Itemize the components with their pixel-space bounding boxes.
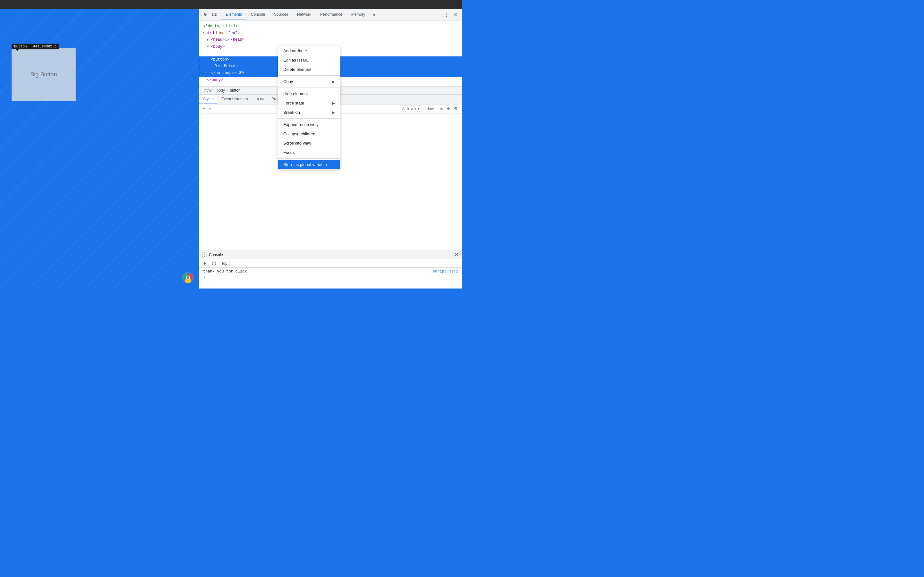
context-menu-store-as-global[interactable]: Store as global variable xyxy=(278,160,340,169)
hov-btn[interactable]: :hov xyxy=(426,106,435,111)
tab-memory[interactable]: Memory xyxy=(347,9,370,20)
device-toolbar-btn[interactable] xyxy=(211,11,218,19)
context-menu-divider4 xyxy=(278,158,340,159)
context-menu-expand-recursively[interactable]: Expand recursively xyxy=(278,120,340,129)
devtools-tabs: Elements Console Sources Network Perform… xyxy=(221,9,440,20)
svg-line-10 xyxy=(213,262,215,265)
tab-network[interactable]: Network xyxy=(292,9,316,20)
svg-rect-6 xyxy=(216,14,217,16)
console-prompt: › xyxy=(203,274,458,281)
context-menu-delete-element[interactable]: Delete element xyxy=(278,65,340,74)
tab-elements[interactable]: Elements xyxy=(221,9,246,20)
styles-tab-dom-breakpoints[interactable]: DOM xyxy=(252,95,268,104)
devtools-more-btn[interactable]: ⋮ xyxy=(443,11,451,19)
svg-point-4 xyxy=(187,276,189,279)
force-state-submenu-arrow: ▶ xyxy=(332,101,335,105)
context-menu-break-on[interactable]: Break on ▶ xyxy=(278,108,340,117)
console-log-line: thank you for click script.js:2 xyxy=(203,269,458,274)
browser-content: button | 447.3×365.5 Big Button xyxy=(0,9,462,288)
chrome-logo xyxy=(182,272,194,284)
context-menu-collapse-children[interactable]: Collapse children xyxy=(278,129,340,139)
styles-tab-styles[interactable]: Styles xyxy=(199,95,218,104)
browser-topbar xyxy=(0,0,462,9)
drag-dot xyxy=(202,252,203,253)
tab-console[interactable]: Console xyxy=(246,9,270,20)
context-menu-copy[interactable]: Copy ▶ xyxy=(278,77,340,86)
devtools-icon-group xyxy=(199,9,221,20)
webpage-area: button | 447.3×365.5 Big Button xyxy=(0,9,199,288)
add-rule-btn[interactable]: + xyxy=(446,105,451,112)
context-menu-edit-as-html[interactable]: Edit as HTML xyxy=(278,55,340,65)
console-ban-btn[interactable] xyxy=(211,260,217,267)
console-close-btn[interactable]: ✕ xyxy=(453,251,459,258)
copy-submenu-arrow: ▶ xyxy=(332,79,335,84)
all-levels-btn[interactable]: All levels ▾ xyxy=(400,105,422,112)
context-menu: Add attribute Edit as HTML Delete elemen… xyxy=(278,46,341,169)
styles-tab-event-listeners[interactable]: Event Listeners xyxy=(218,95,252,104)
context-menu-focus[interactable]: Focus xyxy=(278,148,340,157)
button-tooltip: button | 447.3×365.5 xyxy=(11,44,59,49)
all-levels-area: All levels ▾ xyxy=(397,105,425,112)
cls-btn[interactable]: .cls xyxy=(436,106,444,111)
svg-marker-8 xyxy=(204,262,206,265)
context-menu-scroll-into-view[interactable]: Scroll into view xyxy=(278,139,340,148)
drag-dot xyxy=(204,256,205,257)
context-menu-divider3 xyxy=(278,118,340,119)
devtools-close-area: ⋮ ✕ xyxy=(440,9,462,20)
devtools-toolbar: Elements Console Sources Network Perform… xyxy=(199,9,462,21)
console-log-source[interactable]: script.js:2 xyxy=(433,269,458,274)
break-on-submenu-arrow: ▶ xyxy=(332,110,335,115)
tab-performance[interactable]: Performance xyxy=(316,9,347,20)
drag-dot xyxy=(202,256,203,257)
console-section: Console ✕ xyxy=(199,250,462,288)
dom-head[interactable]: ▶ <head>…</head> xyxy=(199,37,462,43)
context-menu-add-attribute[interactable]: Add attribute xyxy=(278,46,340,55)
drag-dot xyxy=(202,254,203,255)
svg-rect-5 xyxy=(212,13,216,16)
context-menu-hide-element[interactable]: Hide element xyxy=(278,89,340,98)
devtools-close-btn[interactable]: ✕ xyxy=(452,11,459,19)
tab-overflow-btn[interactable]: » xyxy=(370,9,378,20)
drag-dot xyxy=(204,252,205,253)
console-toolbar: top xyxy=(199,259,462,268)
console-log-area: thank you for click script.js:2 › xyxy=(199,268,462,288)
inspect-icon-btn[interactable] xyxy=(202,11,210,19)
breadcrumb-button[interactable]: button xyxy=(228,87,242,93)
breadcrumb-body[interactable]: body xyxy=(215,87,226,93)
dom-html[interactable]: <html lang="en"> xyxy=(199,30,462,37)
context-menu-divider2 xyxy=(278,87,340,88)
console-drag-handle[interactable] xyxy=(202,252,207,258)
tab-sources[interactable]: Sources xyxy=(270,9,292,20)
gear-btn[interactable]: ⚙ xyxy=(452,105,459,112)
context-menu-divider1 xyxy=(278,75,340,76)
console-header: Console ✕ xyxy=(199,250,462,259)
breadcrumb-html[interactable]: html xyxy=(203,87,213,93)
drag-dot xyxy=(204,254,205,255)
console-caret-icon: › xyxy=(203,275,206,280)
big-button[interactable]: Big Button xyxy=(11,48,76,101)
breadcrumb-sep1: › xyxy=(214,89,215,92)
devtools-panel: Elements Console Sources Network Perform… xyxy=(199,9,462,288)
dom-doctype[interactable]: <!doctype html> xyxy=(199,23,462,30)
big-button-label: Big Button xyxy=(30,71,57,78)
context-menu-force-state[interactable]: Force state ▶ xyxy=(278,98,340,108)
console-log-text: thank you for click xyxy=(203,269,430,274)
console-title: Console xyxy=(209,253,223,257)
console-play-btn[interactable] xyxy=(202,260,208,267)
breadcrumb-sep2: › xyxy=(227,89,228,92)
console-context-select[interactable]: top xyxy=(220,261,230,266)
